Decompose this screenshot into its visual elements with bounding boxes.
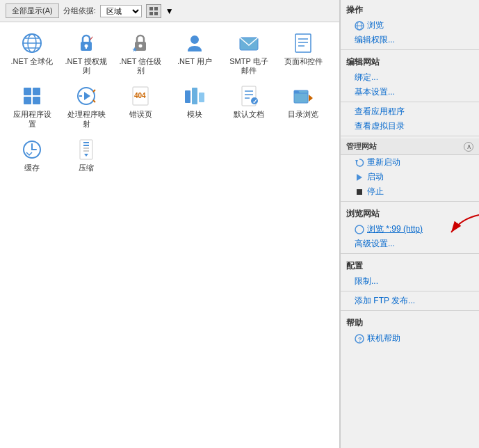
dir-browse-label: 目录浏览 bbox=[288, 110, 318, 119]
default-doc-label: 默认文档 bbox=[234, 110, 264, 119]
svg-marker-51 bbox=[355, 160, 358, 163]
svg-point-14 bbox=[139, 45, 143, 48]
svg-rect-3 bbox=[154, 12, 158, 15]
stop-item[interactable]: 停止 bbox=[341, 184, 479, 199]
show-all-button[interactable]: 全部显示(A) bbox=[6, 3, 59, 18]
online-help-item[interactable]: ? 联机帮助 bbox=[341, 331, 479, 346]
svg-rect-18 bbox=[295, 34, 311, 52]
separator-2 bbox=[341, 102, 479, 102]
svg-text:★: ★ bbox=[132, 47, 138, 53]
browse-http-container: 浏览 *:99 (http) bbox=[341, 222, 479, 237]
smtp-icon bbox=[238, 32, 260, 54]
restart-item[interactable]: 重新启动 bbox=[341, 155, 479, 170]
add-ftp-item[interactable]: 添加 FTP 发布... bbox=[341, 294, 479, 308]
icon-item-modules[interactable]: 模块 bbox=[170, 82, 220, 131]
net-glob-icon bbox=[21, 32, 43, 54]
advanced-settings-item[interactable]: 高级设置... bbox=[341, 237, 479, 251]
group-by-select[interactable]: 区域 bbox=[100, 5, 142, 17]
restart-label: 重新启动 bbox=[367, 157, 400, 168]
separator-1 bbox=[341, 49, 479, 50]
svg-rect-11 bbox=[86, 46, 87, 49]
view-vdirs-label: 查看虚拟目录 bbox=[355, 120, 405, 132]
svg-rect-53 bbox=[357, 189, 362, 195]
edit-permissions-item[interactable]: 编辑权限... bbox=[341, 33, 479, 47]
svg-rect-25 bbox=[33, 97, 40, 104]
dropdown-arrow: ▼ bbox=[165, 6, 174, 16]
cache-icon bbox=[21, 138, 43, 161]
view-mode-button[interactable] bbox=[146, 4, 161, 18]
smtp-label: SMTP 电子邮件 bbox=[227, 57, 271, 75]
view-apps-item[interactable]: 查看应用程序 bbox=[341, 104, 479, 119]
manage-site-title: 管理网站 bbox=[346, 141, 377, 152]
svg-rect-32 bbox=[192, 88, 197, 104]
bind-item[interactable]: 绑定... bbox=[341, 70, 479, 85]
browse-icon bbox=[355, 21, 364, 31]
icon-item-page-ctrl[interactable]: 页面和控件 bbox=[278, 29, 328, 78]
icon-item-compress[interactable]: 压缩 bbox=[61, 136, 111, 175]
browse-label: 浏览 bbox=[367, 19, 384, 31]
icon-item-smtp[interactable]: SMTP 电子邮件 bbox=[224, 29, 274, 78]
svg-text:404: 404 bbox=[134, 92, 146, 99]
limit-item[interactable]: 限制... bbox=[341, 274, 479, 289]
svg-point-16 bbox=[190, 35, 199, 44]
net-trust-icon: ★ bbox=[129, 32, 152, 54]
toolbar: 全部显示(A) 分组依据: 区域 ▼ bbox=[0, 0, 339, 22]
compress-label: 压缩 bbox=[79, 163, 94, 173]
left-panel: 全部显示(A) 分组依据: 区域 ▼ bbox=[0, 0, 340, 448]
modules-icon bbox=[184, 85, 206, 107]
separator-7 bbox=[341, 310, 479, 311]
right-panel: 操作 浏览 编辑权限... 编辑网站 绑定... 基本设置... 查看应用程序 … bbox=[340, 0, 479, 448]
svg-text:✓: ✓ bbox=[89, 35, 94, 42]
compress-icon bbox=[75, 138, 97, 161]
icon-item-dir-browse[interactable]: 目录浏览 bbox=[278, 82, 328, 131]
edit-site-title: 编辑网站 bbox=[341, 52, 479, 70]
start-icon bbox=[355, 173, 364, 182]
svg-rect-0 bbox=[149, 7, 153, 10]
bind-label: 绑定... bbox=[355, 72, 378, 83]
start-item[interactable]: 启动 bbox=[341, 170, 479, 184]
icon-item-net-auth[interactable]: ✓ .NET 授权规则 bbox=[61, 29, 111, 78]
cache-label: 缓存 bbox=[24, 163, 40, 173]
error-page-icon: 404 bbox=[129, 85, 152, 107]
default-doc-icon: ✓ bbox=[238, 85, 260, 107]
view-apps-label: 查看应用程序 bbox=[355, 106, 405, 118]
start-label: 启动 bbox=[367, 171, 384, 183]
browse-http-item[interactable]: 浏览 *:99 (http) bbox=[341, 222, 479, 237]
icon-item-default-doc[interactable]: ✓ 默认文档 bbox=[224, 82, 274, 131]
add-ftp-label: 添加 FTP 发布... bbox=[355, 295, 415, 307]
page-ctrl-label: 页面和控件 bbox=[284, 57, 323, 66]
icon-item-net-glob[interactable]: .NET 全球化 bbox=[7, 29, 57, 78]
icon-item-error-page[interactable]: 404 错误页 bbox=[115, 82, 165, 131]
svg-marker-52 bbox=[357, 174, 362, 181]
svg-rect-33 bbox=[199, 93, 204, 102]
net-auth-label: .NET 授权规则 bbox=[64, 57, 108, 75]
handler-map-icon bbox=[75, 85, 97, 107]
svg-rect-2 bbox=[149, 12, 153, 15]
limit-label: 限制... bbox=[355, 275, 378, 287]
error-page-label: 错误页 bbox=[129, 110, 152, 119]
separator-6 bbox=[341, 291, 479, 291]
help-title: 帮助 bbox=[341, 313, 479, 331]
separator-5 bbox=[341, 253, 479, 254]
icon-item-cache[interactable]: 缓存 bbox=[7, 136, 57, 175]
basic-settings-label: 基本设置... bbox=[355, 86, 395, 98]
icon-item-app-settings[interactable]: 应用程序设置 bbox=[7, 82, 57, 131]
view-vdirs-item[interactable]: 查看虚拟目录 bbox=[341, 119, 479, 134]
icon-item-handler-map[interactable]: 处理程序映射 bbox=[61, 82, 111, 131]
icon-item-net-trust[interactable]: ★ .NET 信任级别 bbox=[115, 29, 165, 78]
stop-icon bbox=[355, 187, 364, 197]
browse-item[interactable]: 浏览 bbox=[341, 18, 479, 33]
browse-http-icon bbox=[355, 225, 364, 234]
basic-settings-item[interactable]: 基本设置... bbox=[341, 85, 479, 99]
handler-map-label: 处理程序映射 bbox=[64, 110, 108, 128]
svg-rect-22 bbox=[24, 88, 31, 95]
page-ctrl-icon bbox=[292, 32, 314, 54]
edit-permissions-label: 编辑权限... bbox=[355, 34, 395, 46]
svg-marker-27 bbox=[84, 92, 90, 100]
svg-rect-24 bbox=[24, 97, 31, 104]
svg-text:✓: ✓ bbox=[252, 98, 258, 105]
grid-view-icon bbox=[149, 6, 159, 16]
manage-site-collapse[interactable]: ∧ bbox=[464, 142, 473, 152]
net-user-icon bbox=[184, 32, 206, 54]
icon-item-net-user[interactable]: .NET 用户 bbox=[170, 29, 220, 78]
